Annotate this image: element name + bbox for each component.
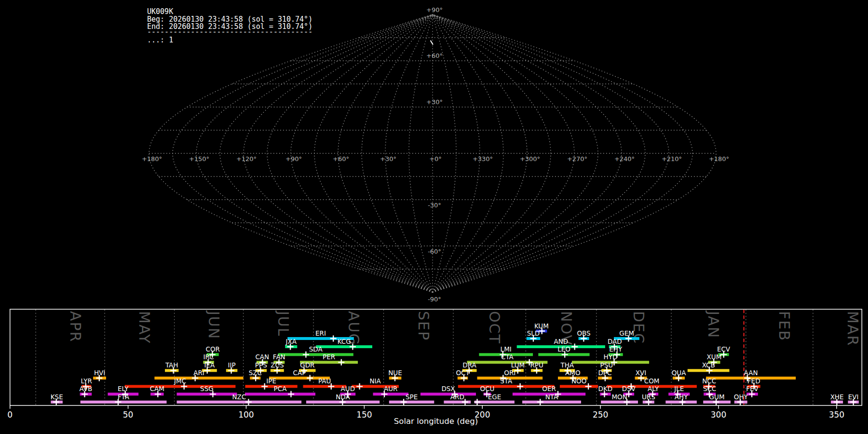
shower-label-OCU: OCU	[480, 385, 495, 393]
shower-label-THA: THA	[560, 361, 574, 369]
shower-label-SZC: SZC	[249, 369, 262, 377]
peak-marker-NIA	[356, 383, 363, 390]
shower-bar-SSG	[177, 393, 237, 395]
shower-label-GUM: GUM	[709, 393, 725, 401]
shower-label-TAH: TAH	[165, 361, 178, 369]
shower-label-AUD: AUD	[341, 385, 355, 393]
month-label-SEP: SEP	[415, 311, 432, 341]
x-tick-label: 100	[238, 410, 254, 420]
shower-label-IIP: IIP	[228, 361, 236, 369]
month-label-JAN: JAN	[705, 310, 722, 339]
shower-label-KCG: KCG	[338, 338, 351, 345]
shower-label-JXA: JXA	[285, 338, 297, 345]
shower-label-AVB: AVB	[79, 385, 92, 393]
x-tick-label: 150	[356, 410, 372, 420]
longitude-label: +150°	[189, 155, 209, 163]
shower-label-ELY: ELY	[118, 385, 129, 393]
shower-label-NCC: NCC	[702, 377, 716, 385]
shower-bar-PCA	[245, 393, 315, 395]
shower-label-RPU: RPU	[530, 361, 543, 369]
shower-label-FED: FED	[747, 377, 760, 385]
month-label-OCT: OCT	[486, 311, 503, 344]
latitude-label: -90°	[428, 296, 441, 303]
plot-canvas: UK009K Beg: 20260130 23:43:58 (sol = 310…	[0, 0, 868, 434]
month-label-APR: APR	[67, 311, 84, 342]
longitude-label: +90°	[285, 155, 302, 163]
shower-label-SCC: SCC	[703, 385, 716, 393]
shower-bar-FTA	[81, 401, 167, 404]
shower-label-JLE: JLE	[674, 385, 684, 393]
x-tick-label: 300	[711, 410, 726, 420]
x-tick-label: 50	[123, 410, 134, 420]
shower-bar-AUR	[373, 393, 409, 395]
shower-bar-IPE	[245, 385, 298, 388]
shower-label-OHY: OHY	[734, 393, 748, 401]
month-label-JUL: JUL	[275, 310, 292, 337]
shower-label-OER: OER	[542, 385, 556, 393]
latitude-label: -30°	[428, 202, 441, 209]
peak-marker-PER	[338, 359, 344, 366]
shower-label-LYR: LYR	[81, 377, 92, 385]
shower-label-DAD: DAD	[608, 338, 622, 345]
shower-label-OCT: OCT	[456, 369, 470, 377]
x-tick-label: 350	[829, 410, 844, 420]
shower-label-NOO: NOO	[571, 377, 586, 385]
shower-label-COM: COM	[644, 377, 660, 385]
peak-marker-NZC	[245, 399, 252, 405]
shower-label-XHE: XHE	[830, 393, 844, 401]
meteor-trail	[431, 41, 433, 45]
shower-label-ARI: ARI	[193, 369, 204, 377]
x-tick-label: 250	[593, 410, 608, 420]
shower-label-DSX: DSX	[441, 385, 455, 393]
x-tick-label: 0	[7, 410, 13, 420]
month-label-MAY: MAY	[136, 311, 153, 344]
peak-marker-EGE	[474, 399, 480, 405]
shower-label-NIA: NIA	[369, 377, 381, 385]
shower-bar-ARI	[154, 377, 243, 380]
shower-label-PER: PER	[323, 353, 335, 361]
shower-label-NUE: NUE	[388, 369, 402, 377]
shower-label-ARD: ARD	[450, 393, 464, 401]
shower-label-XUM: XUM	[707, 353, 722, 361]
grid-meridian	[314, 14, 433, 292]
shower-label-CAM: CAM	[150, 385, 164, 393]
shower-bar-NTA	[522, 401, 581, 404]
month-label-JUN: JUN	[205, 310, 222, 339]
shower-label-SDA: SDA	[309, 345, 323, 353]
latitude-label: +90°	[426, 6, 443, 14]
shower-label-ALY: ALY	[648, 385, 659, 393]
shower-label-ORI: ORI	[504, 369, 515, 377]
shower-label-DRA: DRA	[462, 361, 476, 369]
shower-label-OBS: OBS	[577, 329, 590, 337]
grid-meridian	[267, 14, 433, 292]
shower-label-PCA: PCA	[274, 385, 287, 393]
shower-label-MON: MON	[611, 393, 627, 401]
month-label-FEB: FEB	[776, 311, 793, 341]
latitude-label: -60°	[428, 248, 441, 255]
shower-label-PAU: PAU	[318, 377, 331, 385]
longitude-label: +60°	[333, 155, 349, 163]
shower-label-FEV: FEV	[746, 385, 759, 393]
shower-label-LUM: LUM	[511, 361, 525, 369]
shower-label-NDA: NDA	[336, 393, 350, 401]
longitude-label: +270°	[567, 155, 587, 163]
shower-activity-chart: APRMAYJUNJULAUGSEPOCTNOVDECJANFEBMARKUME…	[7, 309, 862, 419]
peak-marker-NTA	[537, 399, 543, 405]
shower-label-DKD: DKD	[598, 385, 613, 393]
shower-bar-SPE	[389, 401, 434, 404]
shower-label-LMI: LMI	[501, 345, 512, 353]
shower-label-CAP: CAP	[293, 369, 306, 377]
orbit-analysis-window: UK009K Beg: 20260130 23:43:58 (sol = 310…	[0, 0, 868, 434]
shower-label-AUR: AUR	[384, 385, 398, 393]
shower-label-NZC: NZC	[232, 393, 246, 401]
peak-marker-PCA	[288, 391, 294, 397]
shower-bar-PAU	[303, 385, 347, 388]
shower-bar-MON	[601, 401, 638, 404]
grid-meridian	[433, 14, 622, 292]
shower-label-STA: STA	[500, 377, 513, 385]
shower-label-CAN: CAN	[255, 353, 269, 361]
shower-label-HVI: HVI	[94, 369, 105, 377]
shower-label-JMC: JMC	[174, 377, 186, 385]
longitude-label: +180°	[142, 155, 162, 163]
shower-label-PPS: PPS	[255, 361, 267, 369]
